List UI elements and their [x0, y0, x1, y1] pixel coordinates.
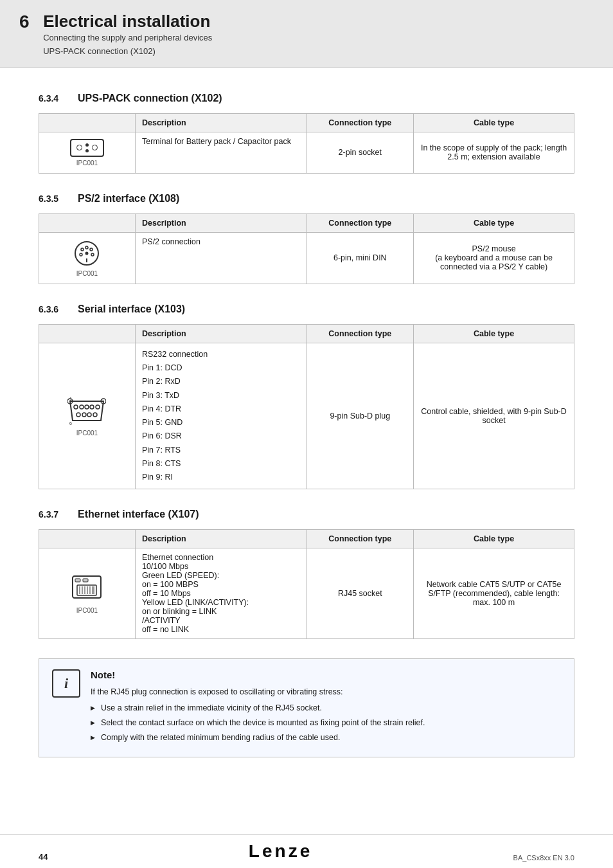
eth-icon-label: IPC001 — [76, 607, 98, 614]
col-header-desc-637: Description — [135, 530, 306, 548]
eth-description: Ethernet connection 10/100 Mbps Green LE… — [135, 548, 306, 639]
svg-rect-23 — [75, 579, 80, 582]
col-header-conn-634: Connection type — [306, 113, 414, 132]
ups-description: Terminal for Battery pack / Capacitor pa… — [135, 132, 306, 173]
serial-description: RS232 connection Pin 1: DCD Pin 2: RxD P… — [135, 343, 306, 489]
svg-point-15 — [87, 413, 91, 417]
chapter-number: 6 — [19, 12, 30, 32]
section-636-num: 6.3.6 — [39, 304, 67, 314]
svg-point-3 — [85, 246, 88, 249]
header-subtitle1: Connecting the supply and peripheral dev… — [43, 32, 212, 45]
note-intro: If the RJ45 plug connection is exposed t… — [91, 685, 425, 698]
col-header-cable-636: Cable type — [414, 324, 574, 343]
ps2-description: PS/2 connection — [135, 232, 306, 284]
section-637-num: 6.3.7 — [39, 509, 67, 520]
col-header-icon-637 — [39, 530, 136, 548]
header-subtitle2: UPS-PACK connection (X102) — [43, 45, 212, 59]
col-header-cable-635: Cable type — [414, 213, 574, 232]
col-header-desc-635: Description — [135, 213, 306, 232]
page-number: 44 — [39, 852, 48, 862]
ethernet-connector-icon: IPC001 — [43, 574, 131, 614]
section-634: 6.3.4 UPS-PACK connection (X102) Descrip… — [39, 93, 574, 174]
page-header: 6 Electrical installation Connecting the… — [0, 0, 613, 68]
page-footer: 44 Lenze BA_CSx8xx EN 3.0 — [0, 834, 613, 868]
ups-cable: In the scope of supply of the pack; leng… — [414, 132, 574, 173]
list-item: Use a strain relief in the immediate vic… — [91, 702, 425, 714]
lenze-logo: Lenze — [249, 841, 312, 862]
section-637-table: Description Connection type Cable type — [39, 529, 574, 639]
ups-icon-label: IPC001 — [76, 159, 98, 167]
ps2-connection: 6-pin, mini DIN — [306, 232, 414, 284]
section-635-title: PS/2 interface (X108) — [78, 193, 179, 204]
ups-connector-icon: IPC001 — [43, 139, 131, 167]
col-header-desc-636: Description — [135, 324, 306, 343]
section-635-num: 6.3.5 — [39, 194, 67, 204]
section-636-table: Description Connection type Cable type — [39, 324, 574, 490]
ps2-cable: PS/2 mouse (a keyboard and a mouse can b… — [414, 232, 574, 284]
eth-cable: Network cable CAT5 S/UTP or CAT5e S/FTP … — [414, 548, 574, 639]
svg-point-2 — [81, 248, 84, 251]
svg-point-13 — [76, 413, 80, 417]
svg-point-9 — [80, 405, 84, 409]
section-634-heading: 6.3.4 UPS-PACK connection (X102) — [39, 93, 574, 104]
svg-point-4 — [90, 248, 93, 251]
col-header-conn-635: Connection type — [306, 213, 414, 232]
svg-point-12 — [96, 405, 100, 409]
svg-rect-24 — [83, 579, 88, 582]
eth-connection: RJ45 socket — [306, 548, 414, 639]
eth-svg-icon — [70, 574, 103, 604]
svg-point-10 — [85, 405, 89, 409]
section-635-heading: 6.3.5 PS/2 interface (X108) — [39, 193, 574, 204]
svg-point-1 — [85, 251, 89, 255]
serial-cable: Control cable, shielded, with 9-pin Sub-… — [414, 343, 574, 489]
note-content: Note! If the RJ45 plug connection is exp… — [91, 669, 425, 746]
section-635: 6.3.5 PS/2 interface (X108) Description … — [39, 193, 574, 284]
section-636-title: Serial interface (X103) — [78, 303, 185, 315]
ups-connection: 2-pin socket — [306, 132, 414, 173]
header-title: Electrical installation — [43, 12, 212, 32]
note-box: i Note! If the RJ45 plug connection is e… — [39, 658, 574, 757]
ps2-connector-icon: IPC001 — [43, 239, 131, 277]
col-header-conn-636: Connection type — [306, 324, 414, 343]
table-row: IPC001 Terminal for Battery pack / Capac… — [39, 132, 574, 173]
ups-icon-cell: IPC001 — [39, 132, 136, 173]
section-637-heading: 6.3.7 Ethernet interface (X107) — [39, 509, 574, 520]
ps2-svg-icon — [73, 239, 101, 267]
serial-svg-icon: 1 6 — [67, 396, 106, 427]
serial-icon-cell: 1 6 IPC001 — [39, 343, 136, 489]
serial-connection: 9-pin Sub-D plug — [306, 343, 414, 489]
section-634-table: Description Connection type Cable type — [39, 113, 574, 174]
svg-point-5 — [80, 253, 82, 256]
ps2-icon-cell: IPC001 — [39, 232, 136, 284]
doc-reference: BA_CSx8xx EN 3.0 — [513, 854, 574, 862]
section-637-title: Ethernet interface (X107) — [78, 509, 199, 520]
list-item: Comply with the related minimum bending … — [91, 732, 425, 744]
section-636: 6.3.6 Serial interface (X103) Descriptio… — [39, 303, 574, 490]
list-item: Select the contact surface on which the … — [91, 717, 425, 729]
svg-point-16 — [93, 413, 97, 417]
col-header-cable-634: Cable type — [414, 113, 574, 132]
section-634-num: 6.3.4 — [39, 93, 67, 104]
svg-point-8 — [74, 405, 78, 409]
col-header-icon-635 — [39, 213, 136, 232]
col-header-desc-634: Description — [135, 113, 306, 132]
serial-connector-icon: 1 6 IPC001 — [43, 396, 131, 437]
col-header-icon-634 — [39, 113, 136, 132]
section-634-title: UPS-PACK connection (X102) — [78, 93, 222, 104]
table-row: 1 6 IPC001 RS232 connection Pin 1: DCD P… — [39, 343, 574, 489]
col-header-conn-637: Connection type — [306, 530, 414, 548]
svg-text:1: 1 — [69, 396, 72, 401]
col-header-icon-636 — [39, 324, 136, 343]
col-header-cable-637: Cable type — [414, 530, 574, 548]
note-icon: i — [52, 669, 80, 698]
svg-point-14 — [82, 413, 86, 417]
serial-icon-label: IPC001 — [76, 429, 98, 437]
svg-point-6 — [91, 253, 94, 256]
header-text: Electrical installation Connecting the s… — [43, 12, 212, 59]
section-635-table: Description Connection type Cable type — [39, 213, 574, 284]
table-row: IPC001 Ethernet connection 10/100 Mbps G… — [39, 548, 574, 639]
section-636-heading: 6.3.6 Serial interface (X103) — [39, 303, 574, 315]
section-637: 6.3.7 Ethernet interface (X107) Descript… — [39, 509, 574, 639]
ps2-icon-label: IPC001 — [76, 270, 98, 277]
page-content: 6.3.4 UPS-PACK connection (X102) Descrip… — [0, 68, 613, 796]
